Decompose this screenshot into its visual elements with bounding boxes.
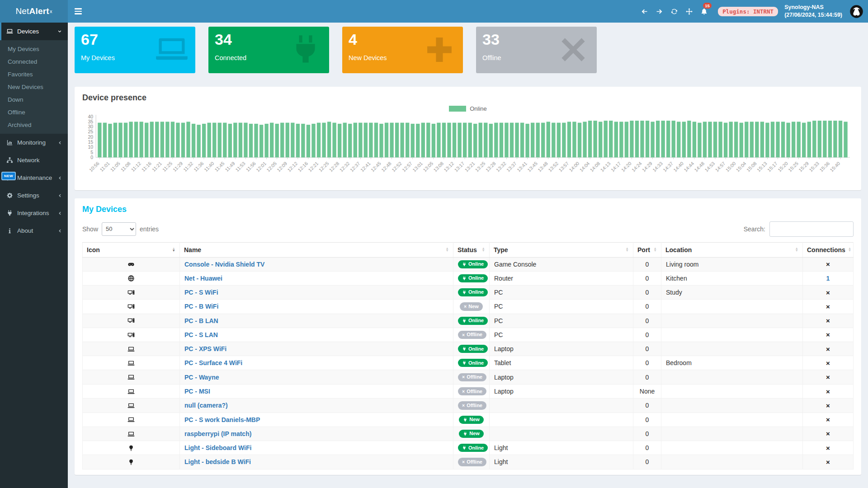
status-badge-offline: ×Offline bbox=[458, 373, 486, 381]
refresh-icon[interactable] bbox=[667, 0, 682, 23]
laptop-icon bbox=[127, 360, 135, 367]
plugins-status-badge[interactable]: Plugins: INTRNT bbox=[718, 7, 778, 16]
device-name-link[interactable]: PC - Surface 4 WiFi bbox=[184, 359, 242, 366]
column-header-name[interactable]: Name▲▼ bbox=[180, 242, 453, 257]
sidebar-subitem-connected[interactable]: Connected bbox=[0, 55, 68, 68]
notifications-bell-icon[interactable]: 15 bbox=[697, 0, 712, 23]
sort-icon[interactable]: ▲▼ bbox=[848, 248, 851, 252]
device-type-cell: Game Console bbox=[490, 257, 633, 271]
devices-table: Icon▲▼ Name▲▼ Status▲▼ Type▲▼ Port▲▼ Loc… bbox=[82, 242, 854, 469]
svg-text:30: 30 bbox=[88, 124, 93, 129]
sidebar-subitem-archived[interactable]: Archived bbox=[0, 118, 68, 131]
sidebar-subitem-down[interactable]: Down bbox=[0, 93, 68, 106]
sidebar-subitem-favorites[interactable]: Favorites bbox=[0, 68, 68, 80]
device-name-link[interactable]: Light - Sideboard WiFi bbox=[184, 444, 251, 451]
svg-text:13:48: 13:48 bbox=[537, 160, 549, 173]
device-name-link[interactable]: PC - S work Daniels-MBP bbox=[184, 416, 260, 423]
sort-icon[interactable]: ▲▼ bbox=[482, 248, 485, 252]
svg-text:12:32: 12:32 bbox=[339, 160, 351, 173]
globe-icon bbox=[127, 275, 135, 282]
nav-forward-icon[interactable] bbox=[652, 0, 667, 23]
column-header-status[interactable]: Status▲▼ bbox=[453, 242, 490, 257]
sidebar-toggle-icon[interactable] bbox=[68, 0, 89, 23]
my-devices-panel: My Devices Show 50 entries Search: Icon▲… bbox=[75, 198, 861, 475]
device-location-cell bbox=[661, 427, 803, 441]
device-icon-cell bbox=[83, 342, 180, 356]
column-header-location[interactable]: Location▲▼ bbox=[661, 242, 803, 257]
device-port-cell: 0 bbox=[633, 370, 661, 384]
device-name-link[interactable]: Console - Nvidia Shield TV bbox=[184, 261, 264, 268]
devices-submenu: My DevicesConnectedFavoritesNew DevicesD… bbox=[0, 40, 68, 134]
summary-card-offline[interactable]: 33 Offline bbox=[476, 27, 597, 73]
logo-text-alert: Alert bbox=[29, 6, 49, 16]
sort-icon[interactable]: ▲▼ bbox=[626, 248, 629, 252]
svg-text:11:08: 11:08 bbox=[119, 160, 132, 173]
sidebar-item-monitoring[interactable]: Monitoring bbox=[0, 134, 68, 151]
sort-icon[interactable]: ▲▼ bbox=[446, 248, 449, 252]
plug-icon bbox=[6, 210, 13, 216]
page-size-select[interactable]: 50 bbox=[102, 222, 136, 236]
device-name-link[interactable]: PC - S LAN bbox=[184, 331, 218, 338]
device-type-cell bbox=[490, 413, 633, 427]
plug-icon bbox=[462, 319, 467, 323]
device-name-link[interactable]: PC - B WiFi bbox=[184, 303, 218, 310]
svg-text:14:37: 14:37 bbox=[662, 160, 674, 173]
sidebar-item-about[interactable]: About bbox=[0, 222, 68, 239]
sort-icon[interactable]: ▲▼ bbox=[172, 248, 175, 252]
device-name-link[interactable]: null (camera?) bbox=[184, 402, 228, 409]
sidebar-item-integrations[interactable]: Integrations bbox=[0, 204, 68, 222]
sort-icon[interactable]: ▲▼ bbox=[654, 248, 657, 252]
svg-text:13:01: 13:01 bbox=[411, 160, 424, 173]
svg-text:14:33: 14:33 bbox=[651, 160, 664, 173]
nav-back-icon[interactable] bbox=[637, 0, 652, 23]
device-status-cell: ×Offline bbox=[453, 399, 490, 413]
plug-icon bbox=[462, 446, 467, 450]
device-name-link[interactable]: PC - Wayne bbox=[184, 374, 219, 381]
device-status-cell: Online bbox=[453, 441, 490, 455]
sidebar-item-network[interactable]: Network bbox=[0, 151, 68, 169]
device-name-link[interactable]: PC - B LAN bbox=[184, 317, 218, 324]
svg-text:12:25: 12:25 bbox=[317, 160, 330, 173]
sidebar-subitem-new-devices[interactable]: New Devices bbox=[0, 80, 68, 93]
device-row: PC - MSI×OfflineLaptopNone× bbox=[83, 384, 854, 398]
device-name-cell: PC - XPS WiFi bbox=[180, 342, 453, 356]
device-connections-cell: × bbox=[803, 441, 854, 455]
app-logo[interactable]: NetAlertx bbox=[0, 0, 68, 23]
device-status-cell: New bbox=[453, 413, 490, 427]
sidebar-subitem-offline[interactable]: Offline bbox=[0, 106, 68, 118]
avatar[interactable] bbox=[849, 5, 863, 19]
move-icon[interactable] bbox=[682, 0, 697, 23]
device-location-cell: Study bbox=[661, 285, 803, 299]
device-icon-cell bbox=[83, 441, 180, 455]
sidebar-subitem-my-devices[interactable]: My Devices bbox=[0, 42, 68, 55]
summary-card-new-devices[interactable]: 4 New Devices bbox=[342, 27, 463, 73]
column-header-port[interactable]: Port▲▼ bbox=[633, 242, 661, 257]
device-name-link[interactable]: PC - XPS WiFi bbox=[184, 345, 226, 352]
sidebar-item-devices[interactable]: Devices bbox=[0, 23, 68, 40]
column-header-icon[interactable]: Icon▲▼ bbox=[83, 242, 180, 257]
column-header-connections[interactable]: Connections▲▼ bbox=[803, 242, 854, 257]
device-name-link[interactable]: raspberrypi (IP match) bbox=[184, 430, 251, 437]
status-badge-offline: ×Offline bbox=[458, 331, 486, 339]
column-header-type[interactable]: Type▲▼ bbox=[490, 242, 633, 257]
device-type-cell: PC bbox=[490, 300, 633, 314]
device-type-cell: Light bbox=[490, 455, 633, 469]
device-name-link[interactable]: Light - bedside B WiFi bbox=[184, 458, 251, 465]
sort-icon[interactable]: ▲▼ bbox=[795, 248, 798, 252]
summary-card-connected[interactable]: 34 Connected bbox=[208, 27, 329, 73]
chart-legend[interactable]: Online bbox=[82, 105, 854, 112]
device-status-cell: ×Offline bbox=[453, 370, 490, 384]
plug-icon bbox=[463, 418, 467, 422]
svg-text:11:40: 11:40 bbox=[203, 160, 215, 173]
device-name-cell: PC - B WiFi bbox=[180, 300, 453, 314]
device-name-link[interactable]: Net - Huawei bbox=[184, 275, 222, 282]
device-name-link[interactable]: PC - MSI bbox=[184, 388, 210, 395]
summary-card-my-devices[interactable]: 67 My Devices bbox=[75, 27, 195, 73]
sidebar-item-settings[interactable]: Settings bbox=[0, 187, 68, 204]
connections-link[interactable]: 1 bbox=[826, 275, 830, 282]
arrow-left-icon bbox=[641, 8, 648, 15]
status-badge-new: New bbox=[459, 430, 484, 438]
device-name-link[interactable]: PC - S WiFi bbox=[184, 289, 218, 296]
sitemap-icon bbox=[6, 157, 13, 164]
search-input[interactable] bbox=[769, 221, 854, 237]
